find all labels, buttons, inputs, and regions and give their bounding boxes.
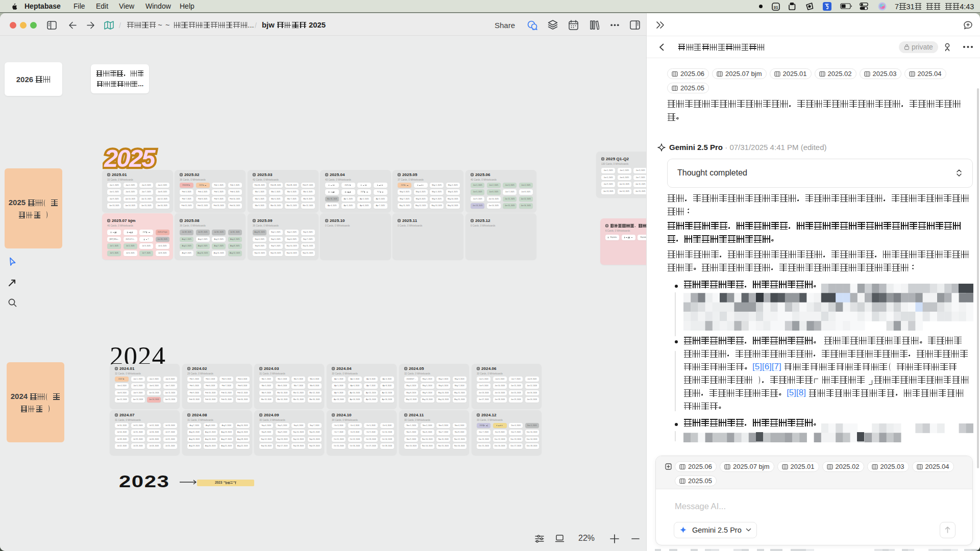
svg-text:2025: 2025	[104, 144, 156, 172]
svg-text:31: 31	[774, 5, 778, 9]
